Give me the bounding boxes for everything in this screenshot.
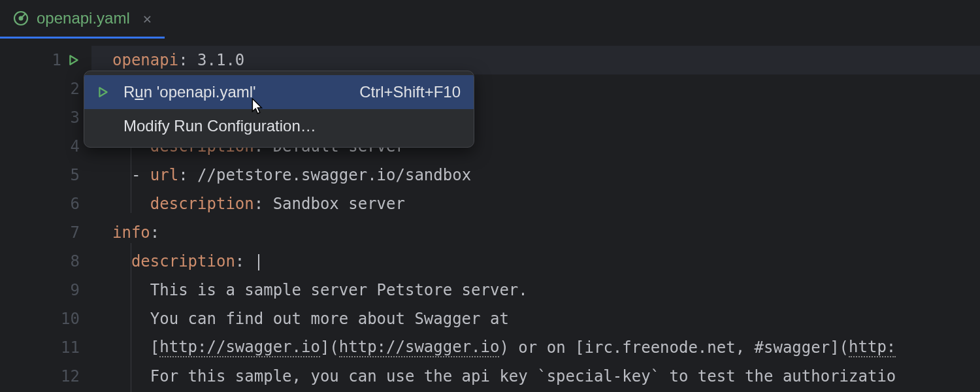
code-line[interactable]: [http://swagger.io](http://swagger.io) o… xyxy=(112,333,980,362)
line-number: 2 xyxy=(61,80,80,98)
line-number: 11 xyxy=(61,338,80,357)
line-number: 12 xyxy=(61,367,80,385)
close-tab-button[interactable]: ✕ xyxy=(138,10,152,27)
openapi-file-icon xyxy=(13,10,29,26)
editor-tab-bar: openapi.yaml ✕ xyxy=(0,0,980,39)
code-line[interactable]: This is a sample server Petstore server. xyxy=(112,276,980,304)
run-gutter-icon[interactable] xyxy=(68,54,80,66)
code-line[interactable]: You can find out more about Swagger at xyxy=(112,304,980,333)
play-icon xyxy=(97,86,116,98)
line-number: 8 xyxy=(61,252,80,270)
line-number: 10 xyxy=(61,310,80,328)
line-number: 3 xyxy=(61,108,80,127)
code-line[interactable]: description: Sandbox server xyxy=(112,189,980,218)
line-number: 4 xyxy=(61,137,80,155)
menu-label: Modify Run Configuration… xyxy=(123,117,461,135)
line-number: 9 xyxy=(61,281,80,299)
menu-item-modify-run-config[interactable]: Modify Run Configuration… xyxy=(84,109,474,143)
code-line[interactable]: - url: //petstore.swagger.io/sandbox xyxy=(112,161,980,189)
code-line[interactable]: info: xyxy=(112,218,980,247)
line-number: 1 xyxy=(43,51,61,69)
indent-guide xyxy=(131,243,131,392)
menu-item-run[interactable]: Run 'openapi.yaml' Ctrl+Shift+F10 xyxy=(84,75,474,109)
menu-shortcut: Ctrl+Shift+F10 xyxy=(359,83,461,101)
file-tab-openapi[interactable]: openapi.yaml ✕ xyxy=(0,0,165,39)
line-number: 7 xyxy=(61,223,80,242)
menu-label: Run 'openapi.yaml' xyxy=(123,83,359,101)
svg-line-2 xyxy=(21,14,25,18)
line-number: 6 xyxy=(61,195,80,213)
code-line[interactable]: description: | xyxy=(112,247,980,276)
tab-filename: openapi.yaml xyxy=(37,9,130,27)
editor-gutter: 1 2 3 4 5 6 7 8 9 10 11 12 xyxy=(0,39,91,391)
run-context-menu: Run 'openapi.yaml' Ctrl+Shift+F10 Modify… xyxy=(84,71,474,148)
code-line[interactable]: For this sample, you can use the api key… xyxy=(112,362,980,391)
line-number: 5 xyxy=(61,166,80,184)
